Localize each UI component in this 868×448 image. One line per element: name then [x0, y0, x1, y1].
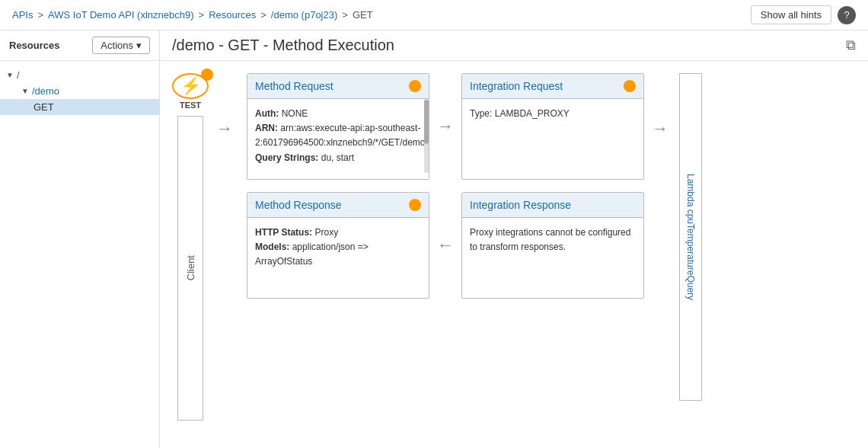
models-label: Models: [255, 242, 289, 252]
status-value: Proxy [314, 227, 338, 238]
query-label: Query Strings: [255, 152, 318, 163]
client-label: Client [185, 255, 196, 280]
sidebar-item-root[interactable]: ▼ / [0, 67, 159, 83]
sidebar: Resources Actions ▾ ▼ / ▼ /demo GET [0, 30, 160, 448]
sidebar-tree: ▼ / ▼ /demo GET [0, 61, 159, 121]
arrow-to-method-request: → [212, 119, 238, 139]
lightning-icon: ⚡ [180, 76, 201, 96]
integration-response-text: Proxy integrations cannot be configured … [470, 227, 630, 252]
breadcrumb-right: Show all hints ? [751, 5, 856, 24]
breadcrumb-bar: APIs > AWS IoT Demo API (xlnznebch9) > R… [0, 0, 868, 30]
type-label: Type: [470, 108, 492, 119]
type-value: LAMBDA_PROXY [495, 108, 570, 119]
breadcrumb-resources[interactable]: Resources [209, 9, 256, 21]
query-value: du, start [321, 152, 354, 163]
breadcrumb-api-name[interactable]: AWS IoT Demo API (xlnznebch9) [48, 9, 193, 21]
page-title-bar: /demo - GET - Method Execution ⧉ [160, 30, 868, 61]
integration-response-header: Integration Response [462, 193, 643, 218]
auth-label: Auth: [255, 108, 279, 119]
method-request-arn: ARN: arn:aws:execute-api:ap-southeast-2:… [255, 121, 421, 150]
method-request-dot [409, 80, 421, 92]
method-response-box: Method Response HTTP Status: Proxy Model… [247, 192, 429, 299]
method-response-dot [409, 199, 421, 211]
breadcrumb-demo[interactable]: /demo (p7oj23) [271, 9, 337, 21]
main-container: Resources Actions ▾ ▼ / ▼ /demo GET /dem… [0, 30, 868, 448]
page-title: /demo - GET - Method Execution [172, 37, 394, 54]
method-request-auth: Auth: NONE [255, 107, 421, 121]
breadcrumb-get: GET [353, 9, 373, 21]
client-column: ⚡ TEST Client [172, 73, 209, 421]
breadcrumb-sep3: > [260, 9, 266, 21]
integration-request-dot [624, 80, 636, 92]
method-request-query: Query Strings: du, start [255, 151, 421, 165]
client-box: Client [177, 116, 203, 421]
bottom-flow-row: Method Response HTTP Status: Proxy Model… [247, 192, 644, 299]
integration-request-body: Type: LAMBDA_PROXY [462, 99, 643, 129]
sidebar-header: Resources Actions ▾ [0, 30, 159, 61]
sidebar-resources-label: Resources [9, 40, 59, 51]
integration-request-title: Integration Request [470, 80, 563, 92]
top-flow-row: Method Request Auth: NONE ARN: arn:aws:e… [247, 73, 644, 180]
actions-label: Actions [101, 40, 133, 51]
sidebar-item-demo[interactable]: ▼ /demo [0, 83, 159, 99]
status-label: HTTP Status: [255, 227, 312, 238]
root-toggle-icon: ▼ [6, 71, 14, 79]
demo-label: /demo [32, 85, 59, 97]
actions-button[interactable]: Actions ▾ [92, 37, 150, 54]
diagram-area: ⚡ TEST Client → Method [160, 61, 868, 433]
copy-icon[interactable]: ⧉ [846, 37, 856, 53]
sidebar-item-get[interactable]: GET [0, 99, 159, 115]
test-dot [201, 69, 213, 81]
actions-caret-icon: ▾ [136, 40, 142, 51]
integration-response-box: Integration Response Proxy integrations … [461, 192, 644, 299]
method-response-header: Method Response [247, 193, 429, 218]
scrollbar-thumb [424, 100, 429, 144]
method-response-body: HTTP Status: Proxy Models: application/j… [247, 218, 429, 277]
demo-toggle-icon: ▼ [21, 87, 29, 95]
method-request-title: Method Request [255, 80, 333, 92]
test-label: TEST [180, 101, 201, 110]
method-response-title: Method Response [255, 199, 342, 211]
breadcrumb-sep2: > [199, 9, 205, 21]
method-response-status: HTTP Status: Proxy [255, 226, 421, 240]
flow-grid: Method Request Auth: NONE ARN: arn:aws:e… [247, 73, 644, 299]
breadcrumb-apis[interactable]: APIs [12, 9, 33, 21]
method-request-body: Auth: NONE ARN: arn:aws:execute-api:ap-s… [247, 99, 429, 173]
scrollbar[interactable] [424, 99, 429, 173]
integration-request-header: Integration Request [462, 74, 643, 99]
arrow-from-integration-response: ← [432, 235, 458, 255]
arrow-to-lambda: → [647, 119, 673, 139]
root-label: / [17, 69, 20, 81]
arn-label: ARN: [255, 123, 278, 133]
content-area: /demo - GET - Method Execution ⧉ ⚡ TEST … [160, 30, 868, 448]
integration-request-box: Integration Request Type: LAMBDA_PROXY [461, 73, 644, 180]
lambda-panel[interactable]: Lambda cpuTemperatureQuery [679, 73, 702, 401]
lambda-label: Lambda cpuTemperatureQuery [685, 174, 696, 300]
method-request-box: Method Request Auth: NONE ARN: arn:aws:e… [247, 73, 429, 180]
method-request-header: Method Request [247, 74, 429, 99]
show-hints-button[interactable]: Show all hints [751, 5, 831, 24]
breadcrumb: APIs > AWS IoT Demo API (xlnznebch9) > R… [12, 9, 373, 21]
breadcrumb-sep4: > [342, 9, 348, 21]
integration-response-title: Integration Response [470, 199, 571, 211]
integration-response-body: Proxy integrations cannot be configured … [462, 218, 643, 262]
method-response-models: Models: application/json => ArrayOfStatu… [255, 240, 421, 269]
test-button[interactable]: ⚡ [172, 73, 209, 99]
arn-value: arn:aws:execute-api:ap-southeast-2:60179… [255, 123, 426, 148]
arrow-to-integration-request: → [432, 117, 458, 136]
get-label: GET [34, 101, 54, 113]
help-button[interactable]: ? [838, 6, 856, 24]
breadcrumb-sep1: > [37, 9, 43, 21]
